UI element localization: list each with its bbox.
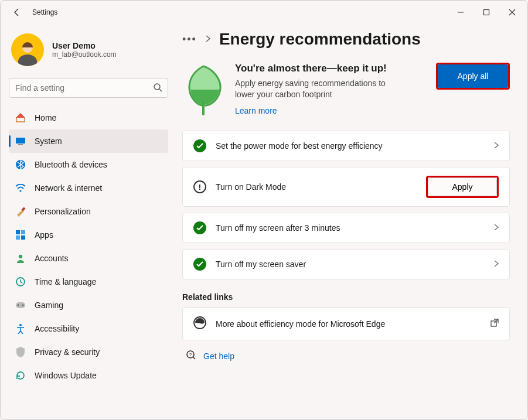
nav-update[interactable]: Windows Update <box>9 364 168 387</box>
svg-rect-16 <box>16 302 25 308</box>
breadcrumb-overflow[interactable]: ••• <box>182 33 197 46</box>
page-title: Energy recommendations <box>219 30 421 49</box>
nav-accessibility[interactable]: Accessibility <box>9 317 168 340</box>
alert-icon: ! <box>193 180 206 193</box>
avatar <box>11 33 44 66</box>
nav-apps[interactable]: Apps <box>9 223 168 247</box>
minimize-button[interactable] <box>448 3 474 22</box>
svg-rect-12 <box>16 235 20 240</box>
nav-home[interactable]: Home <box>9 106 168 129</box>
get-help-link[interactable]: Get help <box>203 351 234 361</box>
recommendation-power-mode[interactable]: Set the power mode for best energy effic… <box>182 131 510 161</box>
close-button[interactable] <box>499 3 525 22</box>
svg-point-14 <box>19 255 22 258</box>
nav-accounts[interactable]: Accounts <box>9 247 168 270</box>
nav-gaming[interactable]: Gaming <box>9 293 168 317</box>
check-icon <box>193 139 206 152</box>
highlight-apply: Apply <box>426 176 499 198</box>
search-icon <box>153 83 162 94</box>
home-icon <box>15 112 26 124</box>
recommendation-dark-mode[interactable]: ! Turn on Dark Mode Apply <box>182 167 510 207</box>
minimize-icon <box>457 9 464 16</box>
svg-rect-1 <box>484 10 489 15</box>
user-name: User Demo <box>52 41 117 50</box>
svg-point-17 <box>18 305 19 306</box>
apps-icon <box>15 229 26 241</box>
shield-icon <box>15 346 26 358</box>
leaf-icon <box>182 63 224 118</box>
svg-line-4 <box>159 89 162 91</box>
external-link-icon <box>490 319 499 329</box>
nav-personalization[interactable]: Personalization <box>9 200 168 223</box>
learn-more-link[interactable]: Learn more <box>235 106 277 115</box>
svg-point-8 <box>19 190 21 192</box>
chevron-right-icon <box>205 34 211 45</box>
gamepad-icon <box>15 299 26 311</box>
related-links-heading: Related links <box>182 292 510 302</box>
svg-text:?: ? <box>189 352 192 357</box>
svg-rect-5 <box>16 138 25 144</box>
nav-system[interactable]: System <box>9 129 168 153</box>
nav-time[interactable]: Time & language <box>9 270 168 293</box>
user-profile[interactable]: User Demo m_lab@outlook.com <box>9 30 168 76</box>
wifi-icon <box>15 182 26 194</box>
hero-body: Apply energy saving recommendations to l… <box>235 78 399 100</box>
apply-button[interactable]: Apply <box>428 177 497 196</box>
chevron-right-icon <box>494 141 499 151</box>
clock-icon <box>15 276 26 288</box>
svg-point-3 <box>154 84 160 90</box>
help-icon: ? <box>186 350 196 363</box>
highlight-apply-all: Apply all <box>436 63 510 90</box>
window-title: Settings <box>32 8 57 16</box>
chevron-right-icon <box>494 259 499 269</box>
nav-bluetooth[interactable]: Bluetooth & devices <box>9 153 168 176</box>
chevron-right-icon <box>494 223 499 233</box>
close-icon <box>509 9 516 16</box>
related-edge-efficiency[interactable]: More about efficiency mode for Microsoft… <box>182 308 510 340</box>
accessibility-icon <box>15 323 26 334</box>
check-icon <box>193 258 206 271</box>
svg-rect-11 <box>21 230 25 234</box>
svg-point-19 <box>19 324 22 326</box>
back-button[interactable] <box>6 2 28 23</box>
svg-rect-10 <box>16 230 20 234</box>
svg-rect-6 <box>18 144 23 145</box>
bluetooth-icon <box>15 159 26 170</box>
update-icon <box>15 370 26 381</box>
maximize-button[interactable] <box>474 3 499 22</box>
svg-point-18 <box>22 305 24 306</box>
search-container <box>9 78 168 98</box>
svg-rect-13 <box>21 235 25 240</box>
system-icon <box>15 135 26 147</box>
user-email: m_lab@outlook.com <box>52 50 117 59</box>
maximize-icon <box>483 9 490 16</box>
search-input[interactable] <box>9 78 168 98</box>
apply-all-button[interactable]: Apply all <box>438 64 508 88</box>
nav-privacy[interactable]: Privacy & security <box>9 340 168 364</box>
check-icon <box>193 221 206 234</box>
edge-icon <box>193 316 206 332</box>
person-icon <box>15 252 26 264</box>
hero-title: You're almost there—keep it up! <box>235 63 425 74</box>
nav-network[interactable]: Network & internet <box>9 176 168 200</box>
arrow-left-icon <box>12 8 22 17</box>
recommendation-screen-saver[interactable]: Turn off my screen saver <box>182 249 510 279</box>
brush-icon <box>15 206 26 217</box>
recommendation-screen-off[interactable]: Turn off my screen after 3 minutes <box>182 213 510 243</box>
